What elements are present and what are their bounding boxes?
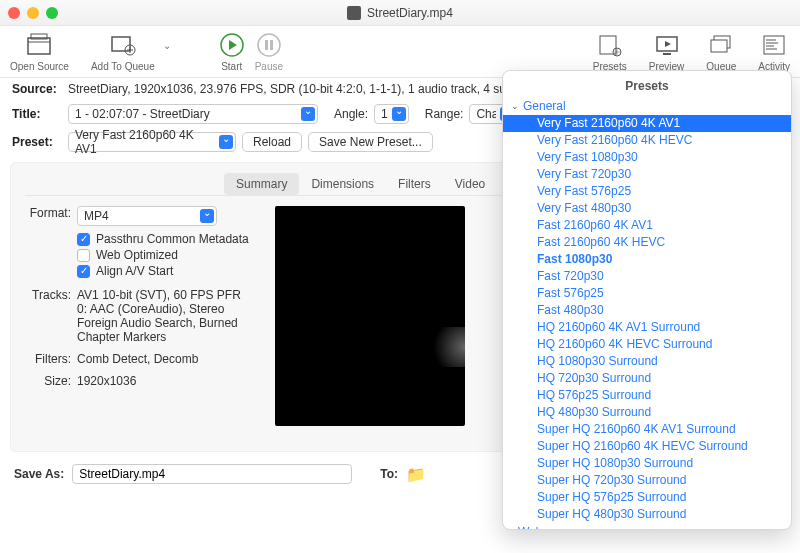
checkbox-icon — [77, 265, 90, 278]
window-title-text: StreetDiary.mp4 — [367, 6, 453, 20]
title-select[interactable]: 1 - 02:07:07 - StreetDiary — [68, 104, 318, 124]
tracks-label: Tracks: — [25, 288, 71, 344]
presets-title: Presets — [503, 79, 791, 97]
svg-rect-14 — [764, 36, 784, 54]
preset-item[interactable]: Fast 576p25 — [503, 285, 791, 302]
preset-item[interactable]: HQ 1080p30 Surround — [503, 353, 791, 370]
preset-item[interactable]: Very Fast 576p25 — [503, 183, 791, 200]
svg-rect-8 — [600, 36, 616, 54]
preset-item[interactable]: Fast 2160p60 4K AV1 — [503, 217, 791, 234]
to-label: To: — [380, 467, 398, 481]
start-label: Start — [221, 61, 242, 72]
svg-point-5 — [258, 34, 280, 56]
preset-item[interactable]: Fast 1080p30 — [503, 251, 791, 268]
open-source-button[interactable]: Open Source — [10, 32, 69, 72]
filters-label: Filters: — [25, 352, 71, 366]
svg-rect-2 — [112, 37, 130, 51]
pause-label: Pause — [255, 61, 283, 72]
angle-select[interactable]: 1 — [374, 104, 409, 124]
svg-rect-6 — [265, 40, 268, 50]
svg-rect-13 — [711, 40, 727, 52]
preset-item[interactable]: Fast 480p30 — [503, 302, 791, 319]
source-label: Source: — [12, 82, 62, 96]
webopt-check[interactable]: Web Optimized — [77, 248, 255, 262]
tab-filters[interactable]: Filters — [386, 173, 443, 195]
preset-item[interactable]: Fast 720p30 — [503, 268, 791, 285]
preset-item[interactable]: Super HQ 1080p30 Surround — [503, 455, 791, 472]
presets-group[interactable]: ›Web — [503, 523, 791, 530]
passthru-check[interactable]: Passthru Common Metadata — [77, 232, 255, 246]
presets-popover: Presets ⌄General Very Fast 2160p60 4K AV… — [502, 70, 792, 530]
title-label: Title: — [12, 107, 62, 121]
titlebar: StreetDiary.mp4 — [0, 0, 800, 26]
presets-button[interactable]: Presets — [593, 32, 627, 72]
file-icon — [347, 6, 361, 20]
preset-item[interactable]: Very Fast 1080p30 — [503, 149, 791, 166]
preset-item[interactable]: Super HQ 576p25 Surround — [503, 489, 791, 506]
preset-item[interactable]: Super HQ 480p30 Surround — [503, 506, 791, 523]
preset-item[interactable]: Very Fast 720p30 — [503, 166, 791, 183]
size-label: Size: — [25, 374, 71, 388]
checkbox-icon — [77, 249, 90, 262]
saveas-input[interactable] — [72, 464, 352, 484]
preset-item[interactable]: Super HQ 2160p60 4K HEVC Surround — [503, 438, 791, 455]
window-title: StreetDiary.mp4 — [0, 6, 800, 20]
video-preview — [275, 206, 465, 426]
add-to-queue-button[interactable]: Add To Queue ⌄ — [91, 32, 155, 72]
save-new-preset-button[interactable]: Save New Preset... — [308, 132, 433, 152]
open-source-label: Open Source — [10, 61, 69, 72]
size-value: 1920x1036 — [77, 374, 136, 388]
preset-item[interactable]: Super HQ 2160p60 4K AV1 Surround — [503, 421, 791, 438]
align-check[interactable]: Align A/V Start — [77, 264, 255, 278]
preset-label: Preset: — [12, 135, 62, 149]
pause-button: Pause — [255, 32, 283, 72]
tracks-value: AV1 10-bit (SVT), 60 FPS PFR 0: AAC (Cor… — [77, 288, 255, 344]
preset-item[interactable]: Super HQ 720p30 Surround — [503, 472, 791, 489]
tab-summary[interactable]: Summary — [224, 173, 299, 195]
saveas-label: Save As: — [14, 467, 64, 481]
start-button[interactable]: Start — [219, 32, 245, 72]
activity-button[interactable]: Activity — [758, 32, 790, 72]
preset-item[interactable]: Fast 2160p60 4K HEVC — [503, 234, 791, 251]
chevron-down-icon[interactable]: ⌄ — [163, 40, 171, 51]
preset-item[interactable]: HQ 720p30 Surround — [503, 370, 791, 387]
preset-item[interactable]: Very Fast 2160p60 4K HEVC — [503, 132, 791, 149]
format-select[interactable]: MP4 — [77, 206, 217, 226]
tab-dimensions[interactable]: Dimensions — [299, 173, 386, 195]
preview-button[interactable]: Preview — [649, 32, 685, 72]
folder-icon[interactable]: 📁 — [406, 465, 426, 484]
svg-rect-7 — [270, 40, 273, 50]
presets-group-general[interactable]: ⌄General — [503, 97, 791, 115]
checkbox-icon — [77, 233, 90, 246]
preset-item[interactable]: HQ 2160p60 4K AV1 Surround — [503, 319, 791, 336]
preset-item[interactable]: HQ 576p25 Surround — [503, 387, 791, 404]
range-label: Range: — [425, 107, 464, 121]
reload-button[interactable]: Reload — [242, 132, 302, 152]
svg-rect-0 — [28, 38, 50, 54]
preset-item[interactable]: Very Fast 2160p60 4K AV1 — [503, 115, 791, 132]
angle-label: Angle: — [334, 107, 368, 121]
preset-item[interactable]: HQ 2160p60 4K HEVC Surround — [503, 336, 791, 353]
svg-rect-11 — [663, 53, 671, 55]
preset-item[interactable]: HQ 480p30 Surround — [503, 404, 791, 421]
filters-value: Comb Detect, Decomb — [77, 352, 198, 366]
format-label: Format: — [25, 206, 71, 226]
queue-button[interactable]: Queue — [706, 32, 736, 72]
tab-video[interactable]: Video — [443, 173, 497, 195]
add-to-queue-label: Add To Queue — [91, 61, 155, 72]
preset-item[interactable]: Very Fast 480p30 — [503, 200, 791, 217]
preset-select[interactable]: Very Fast 2160p60 4K AV1 — [68, 132, 236, 152]
